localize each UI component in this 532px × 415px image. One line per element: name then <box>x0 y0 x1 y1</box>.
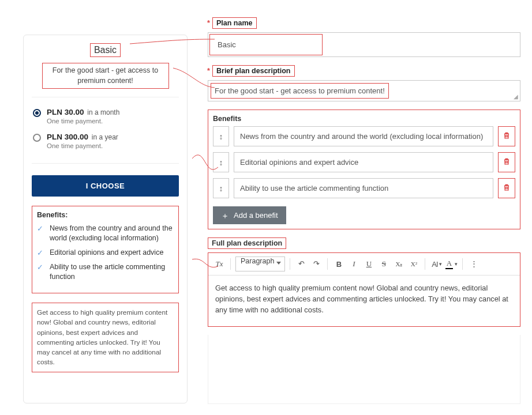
preview-benefit-item: ✓Editorial opinions and expert advice <box>37 248 174 258</box>
rich-text-body[interactable]: Get access to high quality premium conte… <box>208 276 520 326</box>
price-note: One time payment. <box>47 118 119 124</box>
benefits-heading: Benefits <box>213 115 515 123</box>
chevron-down-icon: ▾ <box>455 261 458 267</box>
preview-benefit-item: ✓Ability to use the article commenting f… <box>37 262 174 282</box>
preview-benefit-text: Ability to use the article commenting fu… <box>50 262 174 282</box>
price-currency: PLN <box>47 108 62 116</box>
price-amount: 300.00 <box>65 133 88 141</box>
clear-format-button[interactable]: Tx <box>213 257 226 271</box>
price-period: in a year <box>92 133 118 141</box>
add-benefit-label: Add a benefit <box>234 211 278 220</box>
trash-icon <box>503 131 511 141</box>
full-description-editor: Full plan description Tx Paragraph ↶ ↷ B… <box>208 237 520 327</box>
price-option[interactable]: PLN 300.00 in a year One time payment. <box>32 130 179 155</box>
drag-handle-icon[interactable]: ↕ <box>213 178 229 198</box>
add-benefit-button[interactable]: ＋ Add a benefit <box>213 206 286 224</box>
preview-plan-description: For the good start - get access to premi… <box>42 63 169 89</box>
plan-editor: *Plan name *Brief plan description For t… <box>208 17 520 403</box>
benefits-editor: Benefits ↕ News from the country and aro… <box>208 110 520 229</box>
plan-name-input-wrap <box>208 32 520 57</box>
benefit-row: ↕ Editorial opinions and expert advice <box>213 152 515 172</box>
rich-text-toolbar: Tx Paragraph ↶ ↷ B I U S X₂ X² <box>208 253 520 276</box>
chevron-down-icon: ▾ <box>439 261 441 267</box>
chevron-down-icon <box>276 262 281 265</box>
delete-benefit-button[interactable] <box>498 126 515 146</box>
benefit-row: ↕ Ability to use the article commenting … <box>213 178 515 198</box>
italic-button[interactable]: I <box>347 257 360 271</box>
textarea-resize-handle[interactable]: ◢ <box>514 93 518 100</box>
benefit-input[interactable]: News from the country and around the wor… <box>234 126 493 146</box>
preview-benefit-text: Editorial opinions and expert advice <box>50 248 163 258</box>
plan-preview-card: Basic For the good start - get access to… <box>23 35 188 403</box>
plus-icon: ＋ <box>221 212 229 220</box>
subscript-button[interactable]: X₂ <box>392 257 405 271</box>
bold-button[interactable]: B <box>332 257 345 271</box>
preview-benefits: Benefits: ✓News from the country and aro… <box>32 206 179 293</box>
price-period: in a month <box>87 108 119 116</box>
trash-icon <box>503 157 511 167</box>
toolbar-separator <box>327 258 328 270</box>
drag-handle-icon[interactable]: ↕ <box>213 152 229 172</box>
price-currency: PLN <box>47 133 62 141</box>
required-asterisk: * <box>207 19 210 27</box>
check-icon: ✓ <box>37 225 45 243</box>
benefit-input[interactable]: Editorial opinions and expert advice <box>234 152 493 172</box>
choose-button[interactable]: I CHOOSE <box>32 175 179 197</box>
drag-handle-icon[interactable]: ↕ <box>213 126 229 146</box>
plan-name-label: Plan name <box>216 19 253 27</box>
editor-spacer <box>208 335 520 404</box>
brief-input-wrap: For the good start - get access to premi… <box>208 80 520 101</box>
preview-plan-title: Basic <box>90 43 121 57</box>
redo-button[interactable]: ↷ <box>310 257 323 271</box>
radio-icon[interactable] <box>33 109 41 117</box>
check-icon: ✓ <box>37 263 45 282</box>
block-style-value: Paragraph <box>241 257 274 265</box>
brief-input[interactable]: For the good start - get access to premi… <box>211 83 389 99</box>
undo-button[interactable]: ↶ <box>295 257 308 271</box>
field-brief-description: *Brief plan description For the good sta… <box>208 65 520 101</box>
preview-benefits-heading: Benefits: <box>37 211 174 219</box>
plan-name-input[interactable] <box>212 35 320 54</box>
preview-benefit-item: ✓News from the country and around the wo… <box>37 224 174 243</box>
price-amount: 30.00 <box>65 108 84 116</box>
more-options-button[interactable]: ⋮ <box>467 257 480 271</box>
rich-text-box: Tx Paragraph ↶ ↷ B I U S X₂ X² <box>208 252 520 327</box>
underline-button[interactable]: U <box>362 257 375 271</box>
delete-benefit-button[interactable] <box>498 178 515 198</box>
price-option[interactable]: PLN 30.00 in a month One time payment. <box>32 105 179 130</box>
toolbar-separator <box>425 258 425 270</box>
required-asterisk: * <box>207 67 210 75</box>
superscript-button[interactable]: X² <box>407 257 420 271</box>
brief-label: Brief plan description <box>216 67 291 75</box>
price-note: One time payment. <box>47 142 118 149</box>
field-plan-name: *Plan name <box>208 17 520 57</box>
preview-full-description: Get access to high quality premium conte… <box>32 303 179 372</box>
benefit-row: ↕ News from the country and around the w… <box>213 126 515 146</box>
full-description-heading: Full plan description <box>208 237 286 249</box>
check-icon: ✓ <box>37 249 45 258</box>
radio-icon[interactable] <box>33 134 41 142</box>
text-color-button[interactable]: A▾ <box>445 257 458 271</box>
benefit-input[interactable]: Ability to use the article commenting fu… <box>234 178 493 198</box>
delete-benefit-button[interactable] <box>498 152 515 172</box>
trash-icon <box>503 183 511 193</box>
ai-button[interactable]: AI▾ <box>430 257 443 271</box>
block-style-select[interactable]: Paragraph <box>235 256 285 271</box>
toolbar-separator <box>462 258 463 270</box>
toolbar-separator <box>230 258 231 270</box>
strikethrough-button[interactable]: S <box>377 257 390 271</box>
toolbar-separator <box>290 258 290 270</box>
preview-benefit-text: News from the country and around the wor… <box>50 224 174 243</box>
